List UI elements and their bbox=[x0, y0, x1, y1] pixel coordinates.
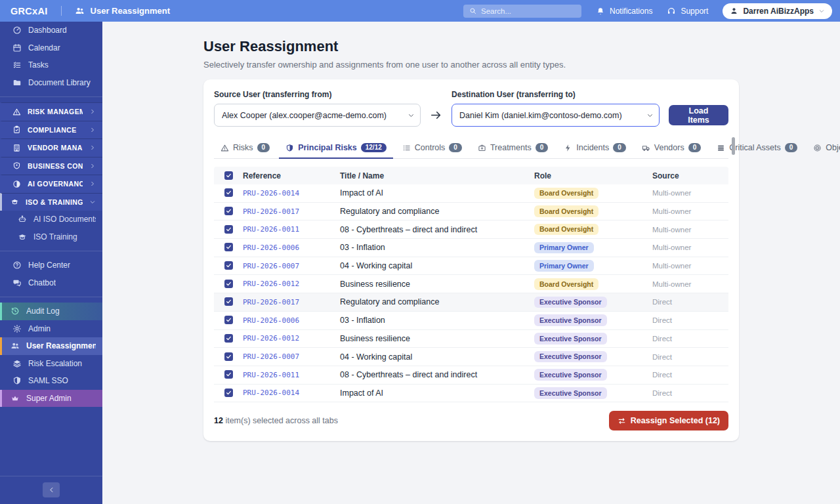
sidebar-item-dashboard[interactable]: Dashboard bbox=[0, 22, 102, 39]
row-checkbox[interactable] bbox=[224, 334, 233, 343]
sidebar-item-help-center[interactable]: Help Center bbox=[0, 257, 102, 274]
row-checkbox[interactable] bbox=[224, 261, 233, 270]
sidebar-item-document-library[interactable]: Document Library bbox=[0, 74, 102, 92]
shield-icon bbox=[285, 144, 294, 152]
sidebar-item-saml-sso[interactable]: SAML SSO bbox=[0, 372, 102, 390]
support-button[interactable]: Support bbox=[667, 7, 708, 16]
sidebar-item-label: User Reassignment bbox=[26, 341, 96, 350]
row-checkbox[interactable] bbox=[224, 207, 233, 215]
row-checkbox[interactable] bbox=[224, 225, 233, 234]
table-row[interactable]: PRU-2026-000704 - Working capitalExecuti… bbox=[214, 348, 728, 366]
row-checkbox[interactable] bbox=[224, 388, 233, 397]
select-all-checkbox[interactable] bbox=[224, 171, 233, 180]
sidebar-item-ai-governance[interactable]: AI GOVERNANCE bbox=[0, 175, 102, 193]
notifications-button[interactable]: Notifications bbox=[596, 7, 652, 16]
tab-label: Controls bbox=[415, 143, 446, 152]
sidebar-item-super-admin[interactable]: Super Admin bbox=[0, 390, 102, 408]
sidebar-item-audit-log[interactable]: Audit Log bbox=[0, 303, 102, 320]
row-checkbox[interactable] bbox=[224, 352, 233, 361]
table-row[interactable]: PRU-2026-0012Business resilienceExecutiv… bbox=[214, 330, 728, 348]
search-box[interactable] bbox=[463, 5, 581, 18]
tab-treatments[interactable]: Treatments0 bbox=[471, 139, 555, 159]
tab-vendors[interactable]: Vendors0 bbox=[635, 139, 707, 159]
sidebar-item-vendor-management[interactable]: VENDOR MANAGEMENT bbox=[0, 138, 102, 157]
search-input[interactable] bbox=[481, 7, 576, 15]
warning-icon bbox=[220, 144, 229, 152]
table-row[interactable]: PRU-2026-0017Regulatory and complianceEx… bbox=[214, 293, 728, 312]
scrollbar-thumb[interactable] bbox=[732, 137, 735, 155]
sidebar-item-risk-escalation[interactable]: Risk Escalation bbox=[0, 355, 102, 373]
reference-link[interactable]: PRU-2026-0017 bbox=[243, 207, 340, 216]
reference-link[interactable]: PRU-2026-0006 bbox=[243, 316, 340, 325]
sidebar-item-label: Calendar bbox=[28, 43, 60, 52]
item-title: 04 - Working capital bbox=[340, 352, 534, 362]
source-user-select[interactable]: Alex Cooper (alex.cooper@acme-demo.com) bbox=[214, 104, 421, 127]
sidebar-item-iso-training[interactable]: ISO & TRAINING bbox=[0, 193, 102, 211]
row-checkbox[interactable] bbox=[224, 370, 233, 379]
reference-link[interactable]: PRU-2026-0011 bbox=[243, 371, 340, 379]
reference-link[interactable]: PRU-2026-0012 bbox=[243, 280, 340, 288]
table-row[interactable]: PRU-2026-000704 - Working capitalPrimary… bbox=[214, 257, 728, 276]
sidebar-item-chatbot[interactable]: Chatbot bbox=[0, 274, 102, 292]
tab-objectives[interactable]: Objectives1 bbox=[807, 139, 840, 159]
sidebar-item-admin[interactable]: Admin bbox=[0, 320, 102, 338]
reference-link[interactable]: PRU-2026-0011 bbox=[243, 225, 340, 234]
sidebar-item-risk-management[interactable]: RISK MANAGEMENT bbox=[0, 102, 102, 121]
reference-link[interactable]: PRU-2026-0017 bbox=[243, 298, 340, 306]
tab-label: Principal Risks bbox=[298, 143, 357, 152]
table-row[interactable]: PRU-2026-0014Impact of AIExecutive Spons… bbox=[214, 385, 728, 403]
sidebar-item-label: COMPLIANCE bbox=[28, 126, 77, 134]
gradcap-icon bbox=[18, 232, 27, 242]
destination-user-label: Destination User (transferring to) bbox=[452, 90, 660, 99]
users-icon bbox=[75, 6, 85, 16]
row-checkbox[interactable] bbox=[224, 243, 233, 251]
sidebar-item-business-continuity[interactable]: BUSINESS CONTINUITY bbox=[0, 157, 102, 175]
sidebar-item-calendar[interactable]: Calendar bbox=[0, 39, 102, 57]
row-checkbox[interactable] bbox=[224, 280, 233, 288]
reference-link[interactable]: PRU-2026-0007 bbox=[243, 262, 340, 270]
app-logo[interactable]: GRCxAI bbox=[10, 6, 48, 16]
sidebar-item-label: Audit Log bbox=[26, 306, 60, 316]
role-badge: Board Oversight bbox=[534, 278, 598, 290]
load-items-button[interactable]: Load Items bbox=[669, 105, 728, 125]
table-row[interactable]: PRU-2026-0017Regulatory and complianceBo… bbox=[214, 203, 728, 221]
column-header-title: Title / Name bbox=[340, 171, 534, 180]
table-row[interactable]: PRU-2026-001108 - Cyberthreats – direct … bbox=[214, 220, 728, 239]
reference-link[interactable]: PRU-2026-0012 bbox=[243, 334, 340, 343]
role-badge: Board Oversight bbox=[534, 224, 598, 236]
sidebar-item-ai-iso-documents[interactable]: AI ISO Documents bbox=[0, 211, 102, 228]
row-checkbox[interactable] bbox=[224, 316, 233, 324]
tab-controls[interactable]: Controls0 bbox=[396, 139, 469, 159]
reference-link[interactable]: PRU-2026-0014 bbox=[243, 388, 340, 397]
notifications-label: Notifications bbox=[610, 7, 652, 16]
tab-principal-risks[interactable]: Principal Risks12/12 bbox=[279, 139, 393, 159]
sidebar-item-tasks[interactable]: Tasks bbox=[0, 56, 102, 74]
sidebar-item-iso-training[interactable]: ISO Training bbox=[0, 228, 102, 246]
table-row[interactable]: PRU-2026-000603 - InflationPrimary Owner… bbox=[214, 239, 728, 257]
gear-icon bbox=[12, 324, 22, 333]
reference-link[interactable]: PRU-2026-0006 bbox=[243, 243, 340, 252]
table-row[interactable]: PRU-2026-000603 - InflationExecutive Spo… bbox=[214, 312, 728, 330]
row-checkbox[interactable] bbox=[224, 188, 233, 197]
reassign-selected-button[interactable]: Reassign Selected (12) bbox=[609, 411, 728, 430]
tab-incidents[interactable]: Incidents0 bbox=[557, 139, 633, 159]
clipboard-icon bbox=[12, 125, 21, 134]
chevron-down-icon bbox=[89, 199, 96, 205]
headset-icon bbox=[667, 7, 676, 16]
table-row[interactable]: PRU-2026-001108 - Cyberthreats – direct … bbox=[214, 366, 728, 385]
selection-text: item(s) selected across all tabs bbox=[223, 416, 338, 425]
row-checkbox[interactable] bbox=[224, 297, 233, 306]
tab-critical-assets[interactable]: Critical Assets0 bbox=[710, 139, 804, 159]
sidebar-collapse-button[interactable] bbox=[43, 482, 60, 497]
sidebar-item-compliance[interactable]: COMPLIANCE bbox=[0, 121, 102, 139]
chevron-right-icon bbox=[89, 127, 96, 133]
reference-link[interactable]: PRU-2026-0007 bbox=[243, 352, 340, 361]
destination-user-select[interactable]: Daniel Kim (daniel.kim@contoso-demo.com) bbox=[452, 104, 660, 127]
chevron-down-icon bbox=[818, 8, 825, 14]
table-row[interactable]: PRU-2026-0014Impact of AIBoard Oversight… bbox=[214, 184, 728, 203]
tab-risks[interactable]: Risks0 bbox=[214, 139, 276, 159]
reference-link[interactable]: PRU-2026-0014 bbox=[243, 189, 340, 198]
sidebar-item-user-reassignment[interactable]: User Reassignment bbox=[0, 337, 102, 355]
table-row[interactable]: PRU-2026-0012Business resilienceBoard Ov… bbox=[214, 275, 728, 293]
user-menu[interactable]: Darren AiBizzApps bbox=[723, 3, 832, 19]
